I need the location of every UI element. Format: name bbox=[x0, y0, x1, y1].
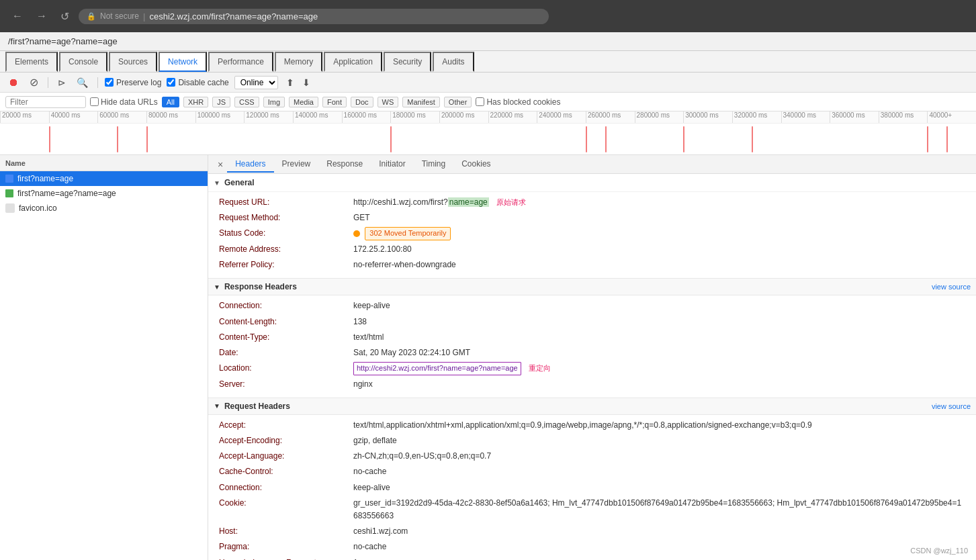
hide-data-urls-label[interactable]: Hide data URLs bbox=[90, 97, 158, 107]
filter-css-button[interactable]: CSS bbox=[234, 97, 259, 107]
filter-img-button[interactable]: Img bbox=[263, 97, 285, 107]
remote-address-value: 172.25.2.100:80 bbox=[353, 243, 412, 256]
detail-close-button[interactable]: × bbox=[214, 158, 227, 171]
clear-button[interactable]: ⊘ bbox=[27, 75, 41, 90]
connection-row: Connection: keep-alive bbox=[208, 298, 976, 314]
tab-security[interactable]: Security bbox=[384, 52, 431, 72]
content-length-value: 138 bbox=[353, 316, 367, 328]
general-section-header[interactable]: ▼ General bbox=[208, 174, 976, 192]
detail-tab-timing[interactable]: Timing bbox=[414, 156, 454, 173]
refresh-button[interactable]: ↺ bbox=[56, 9, 73, 24]
back-button[interactable]: ← bbox=[8, 9, 27, 24]
tab-performance[interactable]: Performance bbox=[208, 52, 273, 72]
request-url-row: Request URL: http://ceshi1.wzj.com/first… bbox=[208, 195, 976, 210]
filter-font-button[interactable]: Font bbox=[322, 97, 347, 107]
export-button[interactable]: ⬇ bbox=[300, 76, 313, 89]
remote-address-label: Remote Address: bbox=[219, 243, 353, 256]
timeline-mark-7: 140000 ms bbox=[293, 111, 342, 123]
filter-manifest-button[interactable]: Manifest bbox=[402, 97, 440, 107]
request-method-label: Request Method: bbox=[219, 212, 353, 224]
detail-tab-cookies[interactable]: Cookies bbox=[453, 156, 498, 173]
response-headers-view-source[interactable]: view source bbox=[932, 283, 971, 291]
has-blocked-cookies-checkbox[interactable] bbox=[476, 97, 484, 106]
detail-tab-preview[interactable]: Preview bbox=[274, 156, 319, 173]
file-icon-3 bbox=[5, 203, 15, 213]
list-item[interactable]: first?name=age?name=age bbox=[0, 186, 208, 201]
filter-button[interactable]: ⊳ bbox=[55, 76, 69, 89]
response-headers-section-header[interactable]: ▼ Response Headers view source bbox=[208, 278, 976, 295]
timeline-mark-12: 240000 ms bbox=[537, 111, 586, 123]
address-bar[interactable]: 🔒 Not secure | ceshi2.wzj.com/first?name… bbox=[79, 9, 549, 24]
list-item[interactable]: first?name=age bbox=[0, 171, 208, 186]
request-headers-section-header[interactable]: ▼ Request Headers view source bbox=[208, 398, 976, 415]
separator: | bbox=[143, 11, 145, 21]
hide-data-urls-checkbox[interactable] bbox=[90, 97, 99, 106]
hide-data-urls-text: Hide data URLs bbox=[101, 97, 158, 107]
request-headers-content: Accept: text/html,application/xhtml+xml,… bbox=[208, 415, 976, 560]
tab-console[interactable]: Console bbox=[59, 52, 107, 72]
timeline-mark-1: 20000 ms bbox=[0, 111, 49, 123]
location-value: http://ceshi2.wzj.com/first?name=age?nam… bbox=[353, 362, 551, 375]
location-label: Location: bbox=[219, 362, 353, 375]
request-headers-view-source[interactable]: view source bbox=[932, 402, 971, 410]
browser-chrome: ← → ↺ 🔒 Not secure | ceshi2.wzj.com/firs… bbox=[0, 0, 976, 32]
pragma-value: no-cache bbox=[353, 541, 386, 553]
date-value: Sat, 20 May 2023 02:24:10 GMT bbox=[353, 346, 470, 359]
file-name-2: first?name=age?name=age bbox=[17, 189, 116, 198]
has-blocked-cookies-label[interactable]: Has blocked cookies bbox=[476, 97, 560, 107]
filter-ws-button[interactable]: WS bbox=[378, 97, 399, 107]
preserve-log-label: Preserve log bbox=[116, 78, 161, 87]
pragma-label: Pragma: bbox=[219, 541, 353, 553]
filter-doc-button[interactable]: Doc bbox=[351, 97, 373, 107]
cookie-value: gr_user_id=3192d2d9-45da-42c2-8830-8ef50… bbox=[353, 497, 965, 522]
detail-content: ▼ General Request URL: http://ceshi1.wzj… bbox=[208, 174, 976, 560]
content-type-row: Content-Type: text/html bbox=[208, 330, 976, 345]
detail-tab-response[interactable]: Response bbox=[318, 156, 371, 173]
tab-network[interactable]: Network bbox=[159, 52, 207, 72]
throttle-select[interactable]: Online bbox=[234, 76, 278, 89]
tab-application[interactable]: Application bbox=[324, 52, 382, 72]
timeline-mark-2: 40000 ms bbox=[49, 111, 98, 123]
disable-cache-checkbox[interactable] bbox=[167, 78, 175, 87]
has-blocked-cookies-text: Has blocked cookies bbox=[486, 97, 560, 107]
filter-media-button[interactable]: Media bbox=[289, 97, 318, 107]
remote-address-row: Remote Address: 172.25.2.100:80 bbox=[208, 242, 976, 257]
filter-all-button[interactable]: All bbox=[162, 97, 179, 107]
name-column-header: Name bbox=[5, 159, 26, 167]
tab-elements[interactable]: Elements bbox=[5, 52, 58, 72]
server-value: nginx bbox=[353, 378, 373, 391]
server-row: Server: nginx bbox=[208, 377, 976, 392]
filter-input[interactable] bbox=[5, 96, 86, 108]
filter-js-button[interactable]: JS bbox=[212, 97, 230, 107]
detail-tab-headers[interactable]: Headers bbox=[227, 156, 273, 173]
toolbar-separator-1 bbox=[48, 77, 48, 88]
connection-label: Connection: bbox=[219, 299, 353, 312]
connection-value: keep-alive bbox=[353, 299, 390, 312]
timeline-mark-6: 120000 ms bbox=[244, 111, 293, 123]
watermark: CSDN @wzj_110 bbox=[910, 547, 968, 555]
tab-memory[interactable]: Memory bbox=[275, 52, 322, 72]
content-type-label: Content-Type: bbox=[219, 331, 353, 344]
tab-audits[interactable]: Audits bbox=[433, 52, 474, 72]
preserve-log-checkbox[interactable] bbox=[105, 78, 114, 87]
search-button[interactable]: 🔍 bbox=[74, 76, 91, 89]
cookie-label: Cookie: bbox=[219, 497, 353, 522]
filter-xhr-button[interactable]: XHR bbox=[183, 97, 208, 107]
filter-other-button[interactable]: Other bbox=[444, 97, 472, 107]
disable-cache-checkbox-label[interactable]: Disable cache bbox=[167, 78, 228, 87]
accept-encoding-label: Accept-Encoding: bbox=[219, 434, 353, 447]
tab-sources[interactable]: Sources bbox=[109, 52, 157, 72]
record-button[interactable]: ⏺ bbox=[5, 75, 21, 90]
detail-tab-initiator[interactable]: Initiator bbox=[371, 156, 413, 173]
preserve-log-checkbox-label[interactable]: Preserve log bbox=[105, 78, 161, 87]
request-method-value: GET bbox=[353, 212, 370, 224]
file-icon-1 bbox=[5, 175, 13, 183]
import-button[interactable]: ⬆ bbox=[283, 76, 297, 89]
list-item[interactable]: favicon.ico bbox=[0, 201, 208, 216]
timeline-mark-4: 80000 ms bbox=[146, 111, 195, 123]
date-row: Date: Sat, 20 May 2023 02:24:10 GMT bbox=[208, 345, 976, 361]
forward-button[interactable]: → bbox=[32, 9, 51, 24]
redirect-label: 重定向 bbox=[529, 364, 551, 372]
status-code-badge: 302 Moved Temporarily bbox=[365, 227, 451, 240]
req-connection-value: keep-alive bbox=[353, 481, 390, 494]
